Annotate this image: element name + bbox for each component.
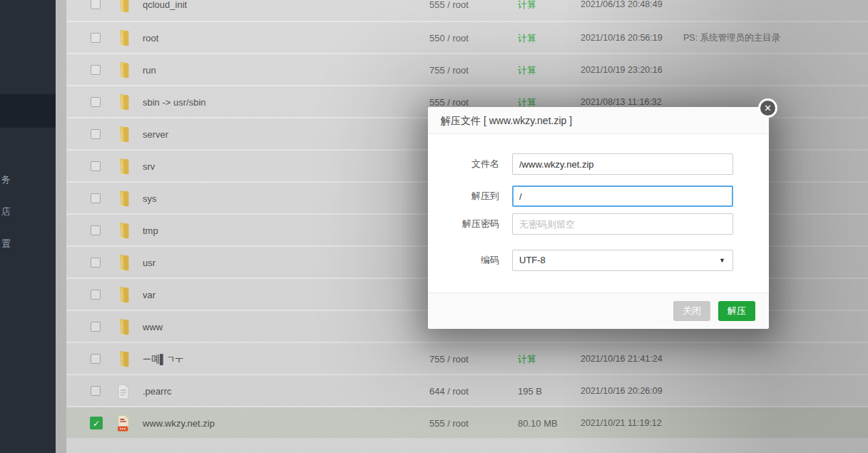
- folder-icon: [116, 93, 133, 112]
- sidebar-item-1[interactable]: 店: [1, 205, 16, 218]
- file-modified-date: 2021/10/19 23:20:16: [581, 54, 688, 86]
- folder-icon: [116, 254, 133, 273]
- row-checkbox[interactable]: [91, 322, 101, 332]
- folder-icon: [116, 350, 133, 369]
- file-name[interactable]: usr: [143, 247, 421, 279]
- file-modified-date: 2021/06/13 20:48:49: [581, 0, 688, 21]
- encoding-selected-value: UTF-8: [519, 255, 546, 265]
- compute-size-link[interactable]: 计算: [518, 22, 576, 54]
- app-root: 务 店 置 qcloud_init 555 / root 计算 2021/06/…: [0, 0, 868, 453]
- file-name[interactable]: qcloud_init: [143, 0, 421, 21]
- filename-label: 文件名: [431, 153, 499, 175]
- folder-icon: [116, 29, 133, 48]
- file-name[interactable]: srv: [143, 151, 421, 183]
- file-modified-date: 2021/10/16 21:41:24: [581, 343, 688, 375]
- dialog-footer: 关闭 解压: [428, 292, 769, 329]
- file-name[interactable]: sys: [143, 183, 421, 215]
- extract-to-label: 解压到: [431, 185, 499, 207]
- compute-size-link[interactable]: 计算: [518, 54, 576, 86]
- file-row[interactable]: qcloud_init 555 / root 计算 2021/06/13 20:…: [66, 0, 868, 21]
- row-checkbox[interactable]: [91, 386, 101, 396]
- file-name[interactable]: server: [143, 118, 421, 151]
- file-permission: 555 / root: [429, 0, 508, 21]
- file-permission: 644 / root: [429, 375, 508, 407]
- file-size: 195 B: [518, 375, 576, 407]
- file-note: [683, 343, 865, 375]
- file-name[interactable]: www: [143, 311, 421, 343]
- file-row[interactable]: root 550 / root 计算 2021/10/16 20:56:19 P…: [66, 21, 868, 53]
- file-name[interactable]: tmp: [143, 215, 421, 247]
- extract-to-field-row: 解压到: [428, 185, 769, 207]
- compute-size-link[interactable]: 计算: [518, 0, 576, 21]
- extract-dialog: 解压文件 [ www.wkzy.net.zip ] ✕ 文件名 解压到 解压密码…: [428, 107, 769, 329]
- folder-icon: [116, 126, 133, 144]
- folder-icon: [116, 318, 133, 337]
- extract-button[interactable]: 解压: [718, 301, 755, 321]
- compute-size-link[interactable]: 计算: [518, 343, 576, 375]
- file-name[interactable]: var: [143, 279, 421, 311]
- file-modified-date: 2021/10/16 20:56:19: [581, 22, 688, 54]
- file-name[interactable]: ᅭ몌▌ㄱㅜ: [143, 343, 421, 375]
- file-permission: 755 / root: [429, 343, 508, 375]
- file-note: [683, 375, 865, 407]
- file-permission: 555 / root: [429, 407, 508, 439]
- file-name[interactable]: sbin -> usr/sbin: [143, 86, 421, 118]
- sidebar-active-item[interactable]: [0, 94, 56, 128]
- folder-icon: [116, 158, 133, 176]
- file-row[interactable]: ✓ www.wkzy.net.zip 555 / root 80.10 MB 2…: [66, 406, 868, 438]
- row-checkbox[interactable]: [91, 193, 101, 203]
- extract-password-input[interactable]: [512, 213, 733, 235]
- encoding-label: 编码: [431, 250, 499, 271]
- file-icon: [116, 382, 133, 401]
- extract-to-input[interactable]: [512, 185, 733, 207]
- dialog-titlebar: 解压文件 [ www.wkzy.net.zip ] ✕: [428, 107, 769, 134]
- row-checkbox[interactable]: [91, 129, 101, 139]
- password-field-row: 解压密码: [428, 213, 769, 235]
- file-note: [683, 54, 865, 86]
- chevron-down-icon: ▼: [719, 250, 725, 270]
- file-row[interactable]: run 755 / root 计算 2021/10/19 23:20:16: [66, 53, 868, 85]
- file-note: PS: 系统管理员的主目录: [683, 22, 865, 54]
- folder-icon: [116, 222, 133, 240]
- file-row[interactable]: ᅭ몌▌ㄱㅜ 755 / root 计算 2021/10/16 21:41:24: [66, 342, 868, 374]
- file-name[interactable]: .pearrc: [143, 375, 421, 407]
- file-note: [683, 0, 865, 21]
- password-label: 解压密码: [431, 213, 499, 235]
- file-modified-date: 2021/10/16 20:26:09: [581, 375, 688, 407]
- sidebar-item-2[interactable]: 置: [1, 238, 16, 250]
- row-checkbox[interactable]: [91, 97, 101, 107]
- folder-icon: [116, 286, 133, 305]
- row-checkbox[interactable]: [91, 65, 101, 75]
- folder-icon: [116, 190, 133, 208]
- dialog-title: 解压文件 [ www.wkzy.net.zip ]: [428, 107, 769, 134]
- row-checkbox[interactable]: [91, 290, 101, 300]
- file-name[interactable]: run: [143, 54, 421, 86]
- file-row[interactable]: .pearrc 644 / root 195 B 2021/10/16 20:2…: [66, 374, 868, 406]
- file-name[interactable]: root: [143, 22, 421, 54]
- file-size: 80.10 MB: [518, 407, 576, 439]
- row-checkbox[interactable]: ✓: [90, 417, 103, 429]
- row-checkbox[interactable]: [91, 161, 101, 171]
- row-checkbox[interactable]: [91, 258, 101, 268]
- close-icon[interactable]: ✕: [758, 98, 777, 118]
- file-note: [683, 407, 865, 439]
- file-name[interactable]: www.wkzy.net.zip: [143, 407, 421, 439]
- folder-icon: [116, 61, 133, 80]
- folder-icon: [116, 0, 133, 14]
- file-permission: 550 / root: [429, 22, 508, 54]
- sidebar-item-0[interactable]: 务: [1, 173, 16, 186]
- encoding-select[interactable]: UTF-8 ▼: [512, 250, 733, 271]
- row-checkbox[interactable]: [91, 0, 101, 9]
- encoding-field-row: 编码 UTF-8 ▼: [428, 250, 769, 271]
- filename-field-row: 文件名: [428, 153, 769, 175]
- row-checkbox[interactable]: [91, 354, 101, 364]
- file-modified-date: 2021/10/21 11:19:12: [581, 407, 688, 439]
- zip-icon: [116, 414, 133, 433]
- row-checkbox[interactable]: [91, 33, 101, 43]
- filename-input[interactable]: [512, 153, 733, 175]
- page-gutter: [56, 0, 66, 453]
- sidebar: 务 店 置: [0, 0, 56, 453]
- close-button[interactable]: 关闭: [673, 301, 710, 321]
- row-checkbox[interactable]: [91, 225, 101, 235]
- file-permission: 755 / root: [429, 54, 508, 86]
